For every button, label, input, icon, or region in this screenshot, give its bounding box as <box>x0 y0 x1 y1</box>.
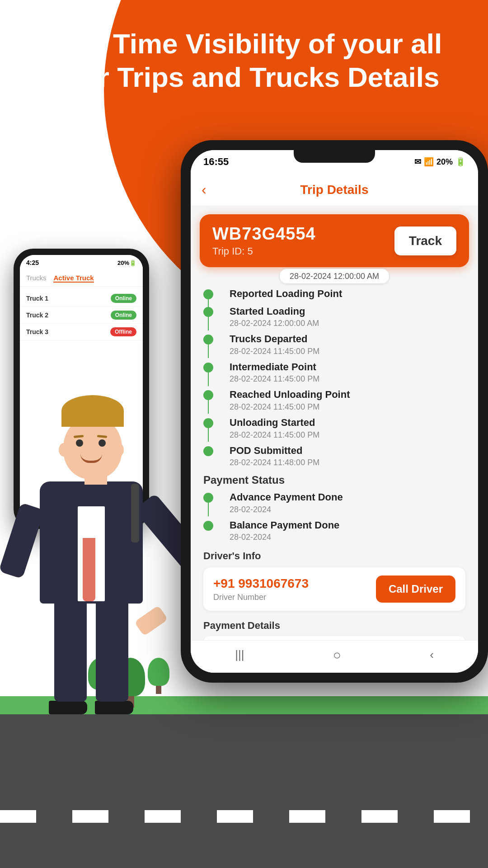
payment-dot-1 <box>203 493 213 503</box>
vehicle-plate: WB73G4554 <box>212 224 316 244</box>
road-bg <box>0 705 488 868</box>
timeline-content-6: Unloading Started 28-02-2024 11:45:00 PM <box>230 416 465 440</box>
payment-dot-2 <box>203 521 213 531</box>
bottom-nav: ||| ○ ‹ <box>191 640 478 673</box>
payment-time-1: 28-02-2024 <box>230 505 465 514</box>
timeline-time-5: 28-02-2024 11:45:00 PM <box>230 402 465 412</box>
driver-section: Driver's Info +91 9931067673 Driver Numb… <box>191 544 478 615</box>
timeline-dot-5 <box>203 390 213 400</box>
timeline-content-5: Reached Unloading Point 28-02-2024 11:45… <box>230 388 465 412</box>
timeline-title-6: Unloading Started <box>230 416 465 429</box>
phone-back-tabs: Trucks Active Truck <box>20 270 143 287</box>
status-badge-online-1: Online <box>111 294 136 303</box>
hero-title: Real Time Visibility of your all your Tr… <box>0 27 488 94</box>
timeline-line-4 <box>208 372 209 386</box>
payment-time-2: 28-02-2024 <box>230 533 465 542</box>
list-item[interactable]: Truck 1 Online <box>20 290 143 307</box>
payment-status-header: Payment Status <box>191 467 478 489</box>
nav-recents-icon[interactable]: ‹ <box>430 648 434 662</box>
driver-card: +91 9931067673 Driver Number Call Driver <box>203 567 465 611</box>
timeline-dot-3 <box>203 335 213 344</box>
battery-icon: 🔋 <box>455 157 465 167</box>
timeline-item-6: Unloading Started 28-02-2024 11:45:00 PM <box>203 416 465 440</box>
signal-icon: 📶 <box>424 157 434 167</box>
phone-back-status-bar: 4:25 20%🔋 <box>20 255 143 270</box>
back-button[interactable]: ‹ <box>202 181 206 198</box>
truck-list: Truck 1 Online Truck 2 Online Truck 3 Of… <box>20 287 143 344</box>
timeline-item-3: Trucks Departed 28-02-2024 11:45:00 PM <box>203 333 465 356</box>
timeline-dot-4 <box>203 363 213 373</box>
driver-phone-info: +91 9931067673 Driver Number <box>213 576 309 602</box>
character-figure <box>9 389 181 714</box>
status-time: 16:55 <box>203 156 229 168</box>
timeline-item-4: Intermediate Point 28-02-2024 11:45:00 P… <box>203 361 465 384</box>
payment-content-1: Advance Payment Done 28-02-2024 <box>230 491 465 514</box>
timeline-dot-7 <box>203 446 213 456</box>
trip-timeline: Reported Loading Point Started Loading 2… <box>191 283 478 467</box>
payment-item-1: Advance Payment Done 28-02-2024 <box>203 491 465 514</box>
payment-details-title: Payment Details <box>203 620 465 632</box>
tab-trucks[interactable]: Trucks <box>26 274 46 283</box>
payment-title-2: Balance Payment Done <box>230 519 465 532</box>
timeline-item-5: Reached Unloading Point 28-02-2024 11:45… <box>203 388 465 412</box>
call-driver-button[interactable]: Call Driver <box>376 576 455 603</box>
road-stripe <box>0 810 488 823</box>
timeline-title-4: Intermediate Point <box>230 361 465 374</box>
timeline-item-1: Reported Loading Point <box>203 288 465 301</box>
nav-header: ‹ Trip Details <box>191 174 478 206</box>
timeline-dot-1 <box>203 289 213 299</box>
page-title: Trip Details <box>300 183 369 197</box>
timeline-content-3: Trucks Departed 28-02-2024 11:45:00 PM <box>230 333 465 356</box>
phone-notch <box>294 150 375 163</box>
timeline-time-4: 28-02-2024 11:45:00 PM <box>230 374 465 384</box>
timeline-line-3 <box>208 344 209 358</box>
timeline-time-3: 28-02-2024 11:45:00 PM <box>230 347 465 356</box>
payment-content-2: Balance Payment Done 28-02-2024 <box>230 519 465 542</box>
screen-content[interactable]: WB73G4554 Trip ID: 5 Track 28-02-2024 12… <box>191 206 478 673</box>
trip-id: Trip ID: 5 <box>212 245 316 257</box>
timeline-item-7: POD Submitted 28-02-2024 11:48:00 PM <box>203 444 465 468</box>
phone-front-mockup: 16:55 ✉ 📶 20% 🔋 ‹ Trip Details WB73G4554… <box>181 140 488 683</box>
vehicle-info: WB73G4554 Trip ID: 5 <box>212 224 316 257</box>
driver-section-title: Driver's Info <box>203 550 465 562</box>
battery-text: 20% <box>436 157 453 167</box>
timeline-content-7: POD Submitted 28-02-2024 11:48:00 PM <box>230 444 465 468</box>
track-button[interactable]: Track <box>394 226 456 255</box>
status-badge-offline: Offline <box>110 327 136 336</box>
back-battery-icon: 20%🔋 <box>117 259 136 266</box>
timeline-content-4: Intermediate Point 28-02-2024 11:45:00 P… <box>230 361 465 384</box>
status-badge-online-2: Online <box>111 311 136 320</box>
date-badge: 28-02-2024 12:00:00 AM <box>191 272 478 281</box>
nav-back-icon[interactable]: ||| <box>235 648 244 662</box>
payment-timeline: Advance Payment Done 28-02-2024 Balance … <box>191 489 478 544</box>
timeline-line-6 <box>208 427 209 442</box>
payment-line-1 <box>208 502 209 516</box>
timeline-title-2: Started Loading <box>230 305 465 318</box>
driver-phone-number: +91 9931067673 <box>213 576 309 591</box>
notification-icon: ✉ <box>414 157 421 167</box>
back-time: 4:25 <box>26 259 39 266</box>
timeline-title-5: Reached Unloading Point <box>230 388 465 401</box>
timeline-dot-6 <box>203 418 213 428</box>
status-icons: ✉ 📶 20% 🔋 <box>414 157 465 167</box>
timeline-title-1: Reported Loading Point <box>230 288 465 301</box>
timeline-content-1: Reported Loading Point <box>230 288 465 301</box>
trip-date: 28-02-2024 12:00:00 AM <box>279 269 389 284</box>
phone-screen: 16:55 ✉ 📶 20% 🔋 ‹ Trip Details WB73G4554… <box>191 150 478 673</box>
driver-phone-label: Driver Number <box>213 593 309 602</box>
timeline-item-2: Started Loading 28-02-2024 12:00:00 AM <box>203 305 465 329</box>
list-item[interactable]: Truck 3 Offline <box>20 324 143 340</box>
timeline-time-7: 28-02-2024 11:48:00 PM <box>230 458 465 467</box>
tab-active-truck[interactable]: Active Truck <box>53 274 94 283</box>
vehicle-card: WB73G4554 Trip ID: 5 Track <box>200 214 469 267</box>
timeline-time-2: 28-02-2024 12:00:00 AM <box>230 319 465 328</box>
timeline-line-5 <box>208 399 209 414</box>
timeline-title-3: Trucks Departed <box>230 333 465 346</box>
timeline-time-6: 28-02-2024 11:45:00 PM <box>230 430 465 440</box>
nav-home-icon[interactable]: ○ <box>333 647 341 663</box>
payment-item-2: Balance Payment Done 28-02-2024 <box>203 519 465 542</box>
list-item[interactable]: Truck 2 Online <box>20 307 143 324</box>
payment-title-1: Advance Payment Done <box>230 491 465 504</box>
timeline-dot-2 <box>203 307 213 317</box>
timeline-line-2 <box>208 316 209 330</box>
